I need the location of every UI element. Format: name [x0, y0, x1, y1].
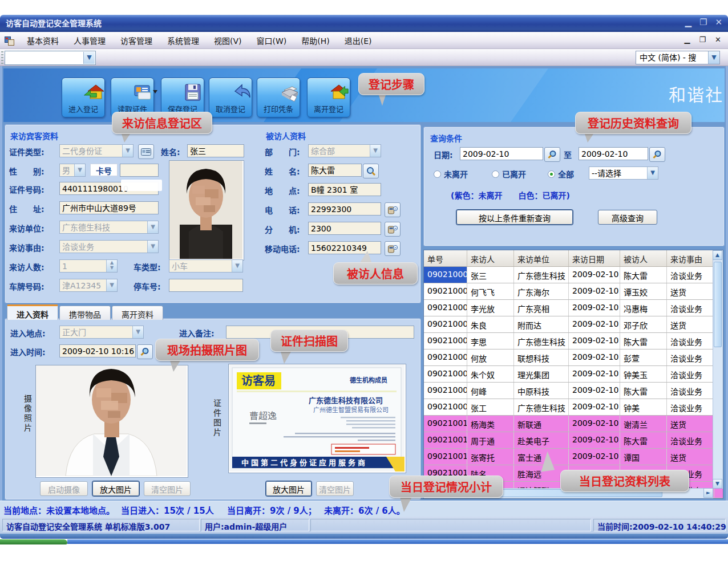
- date-to-picker-button[interactable]: [649, 147, 665, 162]
- table-cell[interactable]: 冯惠梅: [620, 300, 667, 316]
- company-select[interactable]: 广东德生科技▼: [59, 221, 159, 234]
- camera-button-1[interactable]: 启动摄像: [40, 481, 88, 496]
- quick-combo[interactable]: ▼: [5, 51, 96, 65]
- camera-button-2[interactable]: 放大图片: [92, 481, 139, 496]
- table-row[interactable]: 090210005李思广东德生科技2009-02-10陈大雷洽谈业务: [424, 333, 723, 349]
- table-row[interactable]: 090210004朱良附而达2009-02-10邓子欣送货: [424, 316, 723, 333]
- advanced-query-button[interactable]: 高级查询: [598, 210, 657, 225]
- column-header-5[interactable]: 来访事由: [667, 250, 714, 266]
- table-cell[interactable]: 赴美电子: [514, 432, 569, 448]
- table-cell[interactable]: 张工: [467, 399, 514, 415]
- card-no-input[interactable]: [120, 164, 159, 177]
- table-cell[interactable]: 洽谈业务: [667, 399, 714, 415]
- close-icon[interactable]: ✕: [715, 17, 722, 27]
- date-to-input[interactable]: 2009-02-10: [579, 147, 648, 160]
- cert-type-select[interactable]: 二代身份证▼: [59, 144, 134, 157]
- dial-phone-button[interactable]: [385, 202, 401, 217]
- restore-icon[interactable]: ❐: [699, 17, 707, 27]
- table-cell[interactable]: 2009-02-10: [569, 449, 620, 465]
- table-cell[interactable]: 2009-02-10: [569, 366, 620, 382]
- table-cell[interactable]: 送货: [667, 316, 714, 332]
- requery-button[interactable]: 按以上条件重新查询: [456, 210, 573, 225]
- table-cell[interactable]: 朱个奴: [467, 366, 514, 382]
- menu-item-2[interactable]: 访客管理: [113, 35, 160, 46]
- table-cell[interactable]: 送货: [667, 283, 714, 299]
- table-cell[interactable]: 谭国: [620, 449, 667, 465]
- table-cell[interactable]: 钟美: [620, 399, 667, 415]
- table-cell[interactable]: 090210003: [424, 300, 467, 316]
- table-cell[interactable]: 090210008: [424, 383, 467, 399]
- vertical-scrollbar[interactable]: ▲ ▼: [713, 250, 723, 489]
- taskbar-sliver[interactable]: [67, 539, 728, 544]
- table-cell[interactable]: 2009-02-10: [569, 316, 620, 332]
- scroll-down-icon[interactable]: ▼: [713, 479, 722, 489]
- cert-button-1[interactable]: 放大图片: [266, 481, 312, 496]
- radio-left[interactable]: 已离开: [492, 168, 526, 180]
- table-row[interactable]: 090210003李光放广东亮相2009-02-10冯惠梅洽谈业务: [424, 300, 723, 316]
- address-input[interactable]: 广州市中山大道89号: [59, 201, 159, 214]
- table-cell[interactable]: 090210004: [424, 316, 467, 332]
- table-cell[interactable]: 090210009: [424, 399, 467, 415]
- menu-item-6[interactable]: 帮助(H): [294, 35, 337, 46]
- table-cell[interactable]: 090210011: [424, 432, 467, 448]
- table-row[interactable]: 090210010杨海类新联通2009-02-10谢清兰送货: [424, 416, 723, 432]
- table-cell[interactable]: 张三: [467, 267, 514, 283]
- date-from-input[interactable]: 2009-02-10: [460, 147, 543, 160]
- table-cell[interactable]: 洽谈业务: [667, 300, 714, 316]
- chevron-down-icon[interactable]: ▼: [147, 221, 158, 233]
- table-cell[interactable]: 洽谈业务: [667, 383, 714, 399]
- tab-leave-info[interactable]: 离开资料: [112, 306, 163, 320]
- table-cell[interactable]: 何飞飞: [467, 283, 514, 299]
- chevron-down-icon[interactable]: ▼: [370, 145, 381, 157]
- table-cell[interactable]: 彭萱: [620, 349, 667, 365]
- table-cell[interactable]: 钟美玉: [620, 366, 667, 382]
- dial-mobile-button[interactable]: [385, 241, 401, 256]
- table-row[interactable]: 090210012张寄托富士通2009-02-10谭国送货: [424, 449, 723, 465]
- toolbar-button-6[interactable]: 离开登记: [307, 78, 350, 117]
- menu-item-1[interactable]: 人事管理: [66, 35, 113, 46]
- table-row[interactable]: 090210009张工广东德生科技2009-02-10钟美洽谈业务: [424, 399, 723, 416]
- table-cell[interactable]: 李光放: [467, 300, 514, 316]
- table-cell[interactable]: 谢清兰: [620, 416, 667, 432]
- location-input[interactable]: B幢 2301 室: [308, 183, 381, 196]
- table-cell[interactable]: 送货: [667, 416, 714, 432]
- chevron-down-icon[interactable]: ▼: [708, 51, 719, 64]
- count-stepper[interactable]: 1▲▼: [59, 259, 118, 273]
- title-bar[interactable]: 访客自动登记安全管理系统: [0, 15, 728, 32]
- menu-item-0[interactable]: 基本资料: [19, 35, 66, 46]
- dept-select[interactable]: 综合部▼: [308, 144, 381, 157]
- table-cell[interactable]: 洽谈业务: [667, 349, 714, 365]
- table-cell[interactable]: 洽谈业务: [667, 432, 714, 448]
- chevron-down-icon[interactable]: ▼: [147, 241, 158, 253]
- table-cell[interactable]: 090210005: [424, 333, 467, 349]
- table-cell[interactable]: 李思: [467, 333, 514, 349]
- table-cell[interactable]: 090210007: [424, 366, 467, 382]
- chevron-down-icon[interactable]: ▼: [122, 145, 133, 157]
- menu-item-5[interactable]: 窗口(W): [249, 35, 294, 46]
- table-cell[interactable]: 洽谈业务: [667, 366, 714, 382]
- entry-place-select[interactable]: 正大门▼: [59, 326, 144, 339]
- radio-not-left[interactable]: 未离开: [434, 168, 468, 180]
- table-cell[interactable]: 中原科技: [514, 383, 569, 399]
- table-cell[interactable]: 广东亮相: [514, 300, 569, 316]
- plate-select[interactable]: 津A12345▼: [59, 279, 118, 292]
- table-cell[interactable]: 杨海类: [467, 416, 514, 432]
- table-cell[interactable]: 理光集团: [514, 366, 569, 382]
- menu-item-7[interactable]: 退出(E): [337, 35, 379, 46]
- table-cell[interactable]: 附而达: [514, 316, 569, 332]
- table-cell[interactable]: 陈大雷: [620, 432, 667, 448]
- table-cell[interactable]: 090210002: [424, 283, 467, 299]
- table-cell[interactable]: 联想科技: [514, 349, 569, 365]
- radio-all[interactable]: 全部: [548, 168, 574, 180]
- table-cell[interactable]: 洽谈业务: [667, 333, 714, 349]
- table-cell[interactable]: 2009-02-10: [569, 300, 620, 316]
- entry-time-picker-button[interactable]: [137, 344, 153, 359]
- chevron-down-icon[interactable]: ▼: [83, 52, 95, 64]
- mdi-restore-icon[interactable]: ❐: [699, 35, 706, 44]
- toolbar-button-4[interactable]: 取消登记: [209, 78, 252, 117]
- chevron-down-icon[interactable]: ▼: [232, 260, 242, 272]
- interviewee-search-button[interactable]: [363, 164, 379, 178]
- mdi-minimize-icon[interactable]: ▁: [684, 35, 690, 44]
- table-cell[interactable]: 朱良: [467, 316, 514, 332]
- chevron-down-icon[interactable]: ▼: [647, 167, 658, 179]
